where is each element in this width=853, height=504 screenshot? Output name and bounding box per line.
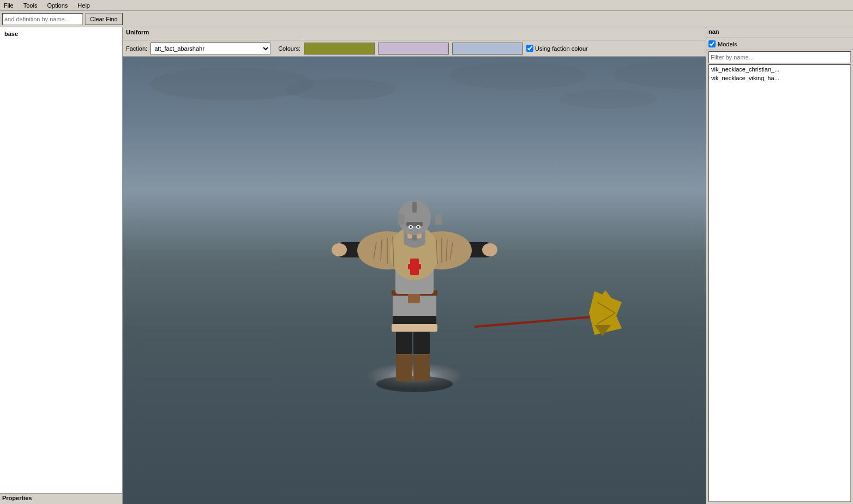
model-list-item[interactable]: vik_necklace_viking_ha... bbox=[709, 74, 850, 82]
properties-bar: Properties bbox=[0, 493, 122, 504]
main-layout: base Properties Uniform Faction: att_fac… bbox=[0, 27, 853, 504]
toolbar-row: Clear Find bbox=[0, 11, 853, 27]
svg-point-20 bbox=[482, 243, 497, 256]
svg-point-46 bbox=[410, 226, 412, 228]
svg-point-17 bbox=[332, 243, 347, 256]
menu-tools[interactable]: Tools bbox=[22, 2, 39, 9]
left-sidebar: base Properties bbox=[0, 27, 123, 504]
colour-swatch-1[interactable] bbox=[304, 43, 375, 55]
models-checkbox[interactable] bbox=[708, 40, 716, 47]
svg-rect-3 bbox=[396, 351, 412, 381]
svg-point-47 bbox=[417, 226, 419, 228]
menu-options[interactable]: Options bbox=[45, 2, 69, 9]
colour-swatch-2[interactable] bbox=[378, 43, 449, 55]
sidebar-base-item: base bbox=[2, 29, 120, 38]
model-list: vik_necklace_christian_... vik_necklace_… bbox=[708, 64, 851, 502]
using-faction-checkbox[interactable] bbox=[526, 45, 533, 52]
center-area: Uniform Faction: att_fact_abarshahr Colo… bbox=[123, 27, 706, 504]
menu-file[interactable]: File bbox=[2, 2, 15, 9]
svg-rect-13 bbox=[392, 324, 437, 332]
clear-find-button[interactable]: Clear Find bbox=[85, 13, 123, 25]
svg-rect-4 bbox=[413, 351, 430, 381]
svg-rect-11 bbox=[408, 293, 420, 303]
character-svg bbox=[322, 133, 507, 395]
svg-rect-7 bbox=[396, 329, 412, 354]
using-faction-label[interactable]: Using faction colour bbox=[526, 45, 588, 52]
menu-help[interactable]: Help bbox=[76, 2, 92, 9]
weapon-svg bbox=[474, 286, 627, 340]
colour-swatch-3[interactable] bbox=[452, 43, 523, 55]
svg-line-48 bbox=[474, 316, 605, 327]
uniform-header: Uniform bbox=[123, 27, 706, 40]
viewport[interactable] bbox=[123, 57, 706, 504]
search-input[interactable] bbox=[2, 13, 83, 25]
svg-rect-42 bbox=[435, 214, 442, 225]
right-panel-header: nan bbox=[706, 27, 853, 38]
svg-rect-8 bbox=[413, 329, 430, 354]
models-label: Models bbox=[718, 41, 737, 47]
weapon-container bbox=[474, 286, 627, 351]
character-figure bbox=[322, 133, 507, 395]
model-list-item[interactable]: vik_necklace_christian_... bbox=[709, 65, 850, 74]
faction-row: Faction: att_fact_abarshahr Colours: Usi… bbox=[123, 40, 706, 57]
models-row: Models bbox=[706, 38, 853, 50]
svg-rect-41 bbox=[398, 214, 405, 225]
faction-select[interactable]: att_fact_abarshahr bbox=[151, 43, 271, 55]
svg-rect-40 bbox=[412, 202, 417, 213]
filter-input[interactable] bbox=[708, 51, 851, 63]
colours-label: Colours: bbox=[278, 45, 301, 52]
faction-label: Faction: bbox=[126, 45, 147, 52]
svg-rect-33 bbox=[408, 264, 421, 269]
menu-bar: File Tools Options Help bbox=[0, 0, 853, 11]
sidebar-content: base bbox=[0, 27, 122, 493]
svg-rect-43 bbox=[406, 222, 423, 226]
right-panel: nan Models vik_necklace_christian_... vi… bbox=[706, 27, 853, 504]
